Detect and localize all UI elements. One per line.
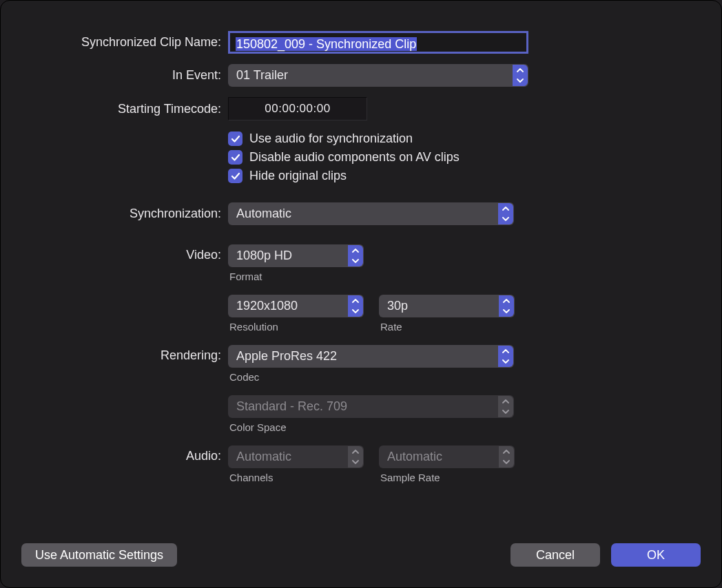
updown-icon	[498, 203, 513, 224]
ok-button[interactable]: OK	[611, 543, 701, 567]
audio-channels-value: Automatic	[236, 450, 291, 463]
samplerate-sublabel: Sample Rate	[380, 472, 515, 483]
channels-sublabel: Channels	[229, 472, 364, 483]
audio-label: Audio:	[21, 445, 228, 463]
synchronize-clips-dialog: Synchronized Clip Name: 150802_009 - Syn…	[0, 0, 722, 588]
updown-icon	[348, 245, 363, 266]
in-event-select[interactable]: 01 Trailer	[228, 64, 528, 87]
rate-value: 30p	[387, 299, 408, 313]
codec-sublabel: Codec	[229, 371, 701, 383]
starting-timecode-label: Starting Timecode:	[21, 102, 228, 116]
color-space-select: Standard - Rec. 709	[228, 395, 514, 418]
check-icon	[231, 135, 240, 143]
audio-samplerate-value: Automatic	[387, 450, 442, 463]
rate-sublabel: Rate	[380, 321, 515, 333]
dialog-footer: Use Automatic Settings Cancel OK	[21, 543, 701, 567]
synchronization-label: Synchronization:	[21, 207, 228, 221]
resolution-select[interactable]: 1920x1080	[228, 295, 364, 317]
disable-av-label: Disable audio components on AV clips	[249, 150, 460, 165]
starting-timecode-input[interactable]: 00:00:00:00	[228, 97, 367, 120]
clip-name-label: Synchronized Clip Name:	[21, 35, 228, 50]
hide-original-label: Hide original clips	[249, 169, 347, 183]
synchronization-value: Automatic	[236, 207, 291, 220]
format-sublabel: Format	[229, 271, 701, 282]
updown-icon	[499, 295, 514, 317]
video-label: Video:	[21, 244, 228, 262]
updown-icon	[498, 396, 513, 417]
disable-av-checkbox[interactable]	[228, 150, 243, 165]
codec-value: Apple ProRes 422	[236, 349, 337, 363]
in-event-value: 01 Trailer	[236, 68, 288, 82]
synchronization-select[interactable]: Automatic	[228, 202, 514, 225]
updown-icon	[499, 446, 514, 468]
video-format-value: 1080p HD	[236, 249, 292, 262]
use-audio-label: Use audio for synchronization	[249, 132, 413, 146]
in-event-label: In Event:	[21, 68, 228, 83]
video-format-select[interactable]: 1080p HD	[228, 244, 364, 267]
updown-icon	[498, 346, 513, 367]
updown-icon	[513, 65, 528, 86]
audio-channels-select: Automatic	[228, 445, 364, 468]
check-icon	[231, 154, 240, 162]
use-audio-checkbox[interactable]	[228, 132, 243, 146]
use-automatic-settings-button[interactable]: Use Automatic Settings	[21, 543, 177, 567]
clip-name-input[interactable]: 150802_009 - Synchronized Clip	[228, 31, 528, 54]
cancel-button[interactable]: Cancel	[510, 543, 600, 567]
resolution-value: 1920x1080	[236, 299, 298, 313]
color-space-value: Standard - Rec. 709	[236, 399, 347, 413]
codec-select[interactable]: Apple ProRes 422	[228, 345, 514, 368]
rate-select[interactable]: 30p	[379, 295, 515, 317]
updown-icon	[348, 446, 363, 468]
resolution-sublabel: Resolution	[229, 321, 364, 333]
updown-icon	[348, 295, 363, 317]
check-icon	[231, 172, 240, 180]
hide-original-checkbox[interactable]	[228, 169, 243, 183]
rendering-label: Rendering:	[21, 345, 228, 363]
clip-name-value: 150802_009 - Synchronized Clip	[236, 37, 417, 51]
color-space-sublabel: Color Space	[229, 421, 701, 433]
audio-samplerate-select: Automatic	[379, 445, 515, 468]
